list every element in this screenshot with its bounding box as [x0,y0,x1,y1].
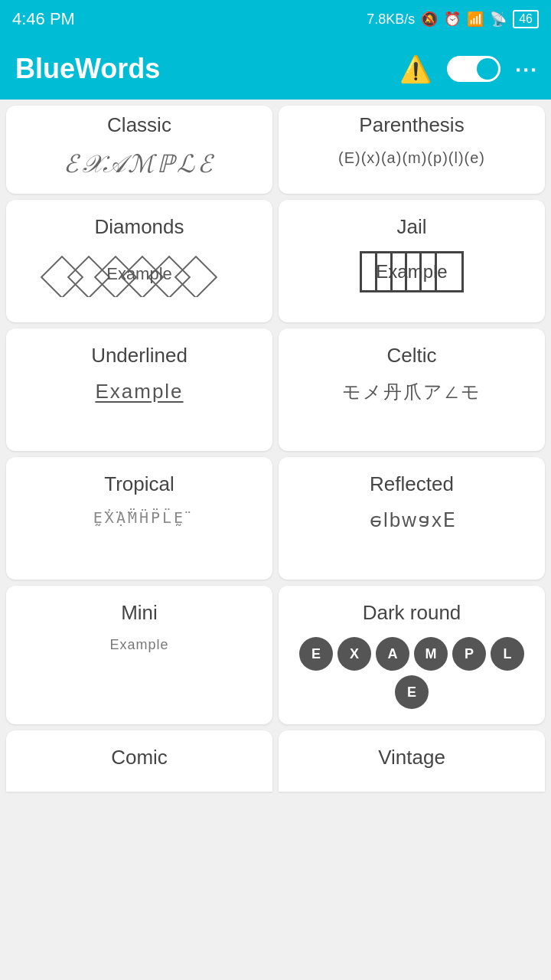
card-classic[interactable]: Classic ℰ𝒳𝒜ℳℙℒℰ [6,106,272,194]
card-parenthesis-title: Parenthesis [359,113,464,137]
dark-round-m: M [414,637,448,671]
status-bar: 4:46 PM 7.8KB/s 🔕 ⏰ 📶 📡 46 [0,0,551,38]
network-speed: 7.8KB/s [367,11,415,28]
alarm-icon: ⏰ [444,11,461,28]
more-options-icon[interactable]: ⋮ [514,59,539,79]
card-jail[interactable]: Jail Example [279,200,545,322]
dark-round-a: A [376,637,409,671]
card-diamonds-title: Diamonds [94,215,184,239]
card-tropical-example: Ḛ̈Ẋ̈Ạ̈M̈ḦP̈L̈Ḛ̈ [93,508,185,527]
theme-toggle[interactable] [447,56,500,82]
svg-rect-5 [175,256,217,297]
wifi-icon: 📡 [490,11,507,28]
svg-rect-1 [68,256,109,297]
card-classic-example: ℰ𝒳𝒜ℳℙℒℰ [64,149,215,178]
svg-text:Example: Example [106,264,172,283]
card-jail-example: Example [360,251,463,292]
status-left: 4:46 PM [12,9,75,29]
dark-round-l: L [491,637,524,671]
card-diamonds[interactable]: Diamonds Example [6,200,272,322]
app-bar: BlueWords ⚠️ ⋮ [0,38,551,100]
card-vintage-title: Vintage [378,746,445,769]
app-bar-actions: ⚠️ ⋮ [399,54,536,84]
card-jail-title: Jail [396,215,426,239]
card-parenthesis[interactable]: Parenthesis (E)(x)(a)(m)(p)(l)(e) [279,106,545,194]
card-darkround-example: E X A M P L E [291,637,533,709]
font-list: Classic ℰ𝒳𝒜ℳℙℒℰ Parenthesis (E)(x)(a)(m)… [0,100,551,798]
card-comic-title: Comic [111,746,168,769]
card-reflected[interactable]: Reflected Ǝxɐwdlǝ [279,457,545,580]
card-parenthesis-example: (E)(x)(a)(m)(p)(l)(e) [338,149,485,167]
mute-icon: 🔕 [421,11,438,28]
card-tropical[interactable]: Tropical Ḛ̈Ẋ̈Ạ̈M̈ḦP̈L̈Ḛ̈ [6,457,272,580]
card-mini[interactable]: Mini Example [6,586,272,724]
card-reflected-title: Reflected [370,472,454,496]
svg-rect-0 [41,256,83,297]
card-reflected-example: Ǝxɐwdlǝ [368,508,455,532]
card-celtic[interactable]: Celtic モメ丹爪ア∠モ [279,328,545,451]
warning-icon[interactable]: ⚠️ [399,54,432,84]
card-diamonds-example: Example [32,251,246,300]
card-underlined-title: Underlined [91,344,187,368]
card-classic-title: Classic [107,113,171,137]
dark-round-e1: E [299,637,333,671]
dark-round-x: X [337,637,371,671]
dark-round-p: P [452,637,486,671]
card-mini-example: Example [109,637,168,653]
app-title: BlueWords [15,53,387,85]
card-underlined-example: Example [95,380,183,403]
card-darkround[interactable]: Dark round E X A M P L E [279,586,545,724]
card-darkround-title: Dark round [363,601,461,625]
card-mini-title: Mini [121,601,158,625]
signal-icon: 📶 [467,11,484,28]
card-tropical-title: Tropical [104,472,174,496]
card-vintage[interactable]: Vintage [279,730,545,792]
card-comic[interactable]: Comic [6,730,272,792]
card-celtic-example: モメ丹爪ア∠モ [342,380,481,404]
card-underlined[interactable]: Underlined Example [6,328,272,451]
toggle-knob [477,58,498,80]
font-grid: Classic ℰ𝒳𝒜ℳℙℒℰ Parenthesis (E)(x)(a)(m)… [0,100,551,798]
dark-round-e2: E [395,675,429,709]
card-celtic-title: Celtic [386,344,436,368]
status-right: 7.8KB/s 🔕 ⏰ 📶 📡 46 [367,10,539,28]
battery: 46 [513,10,539,28]
time: 4:46 PM [12,9,75,29]
